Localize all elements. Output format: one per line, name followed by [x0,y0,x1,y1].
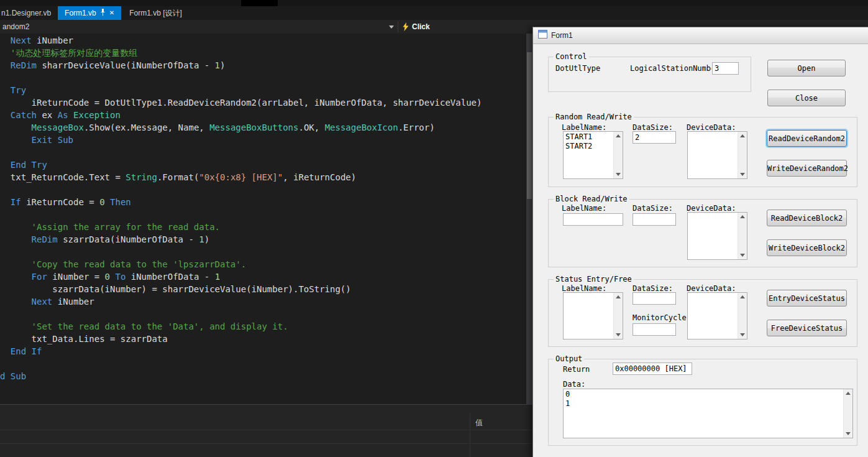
monitorcycle-input[interactable] [633,323,676,336]
form1-titlebar[interactable]: Form1 [533,27,868,44]
random-datasize-label: DataSize: [633,123,673,132]
returncode-input[interactable] [613,362,692,375]
block-labelname-input[interactable] [563,213,623,226]
status-datasize-input[interactable] [633,292,676,305]
code-line: For iNumber = 0 To iNumberOfData - 1 [0,270,528,283]
scrollbar[interactable] [843,389,852,438]
code-line: Try [0,84,528,96]
data-text: 0 1 [564,389,843,438]
watch-header-divider [0,430,532,430]
scrollbar[interactable] [613,293,623,339]
code-line [0,308,528,320]
code-line: ReDim sharrDeviceValue(iNumberOfData - 1… [0,59,528,72]
code-line: iReturnCode = DotUtlType1.ReadDeviceRand… [0,96,528,109]
scroll-down-icon[interactable] [616,173,621,176]
scroll-up-icon[interactable] [616,134,621,137]
code-line: Catch ex As Exception [0,109,528,121]
output-groupbox: Output Return Data: 0 1 [548,359,857,446]
event-dropdown[interactable]: Click [412,22,430,31]
status-labelname-text [564,293,613,339]
random-labelname-text: START1 START2 [564,132,613,178]
scroll-down-icon[interactable] [740,173,745,176]
random-labelname-textarea[interactable]: START1 START2 [563,131,623,179]
scrollbar[interactable] [613,132,623,178]
code-line [0,246,528,258]
random-devicedata-text [688,132,738,178]
block-devicedata-textarea[interactable] [687,212,747,260]
tab-label: n1.Designer.vb [1,9,51,17]
code-line: '动态处理标签所对应的变量数组 [0,47,528,59]
code-line: End Try [0,159,528,171]
code-line: d Sub [0,370,528,382]
status-labelname-label: LabelName: [562,284,606,293]
scrollbar[interactable] [738,213,747,259]
title-strip [0,0,868,6]
status-devicedata-label: DeviceData: [687,284,736,293]
chevron-down-icon[interactable] [389,25,394,29]
form1-window: Form1 Control DotUtlType LogicalStationN… [532,27,868,457]
editor-scrollbar-thumb[interactable] [527,52,532,199]
scroll-up-icon[interactable] [846,392,851,395]
monitorcycle-label: MonitorCycle: [633,313,691,322]
scroll-up-icon[interactable] [740,295,745,298]
block-labelname-label: LabelName: [562,204,606,213]
code-line: End If [0,345,528,358]
logicalstationnumber-input[interactable] [712,62,739,75]
freedevicestatus-button[interactable]: FreeDeviceStatus [767,320,847,336]
scroll-up-icon[interactable] [740,134,745,137]
form1-title: Form1 [551,31,573,40]
readdeviceblock2-button[interactable]: ReadDeviceBlock2 [767,210,847,226]
watch-column-divider [470,413,470,457]
close-icon[interactable]: ✕ [109,10,114,16]
random-datasize-input[interactable] [633,131,676,144]
code-line: 'Copy the read data to the 'lpszarrData'… [0,258,528,270]
data-textarea[interactable]: 0 1 [563,389,853,438]
random-group-title: Random Read/Write [554,113,634,121]
control-group-title: Control [554,52,589,61]
block-readwrite-groupbox: Block Read/Write LabelName: DataSize: De… [548,199,857,267]
output-group-title: Output [554,354,584,363]
block-devicedata-label: DeviceData: [687,204,736,213]
pin-icon[interactable] [100,9,106,18]
scrollbar[interactable] [738,293,747,339]
scroll-down-icon[interactable] [740,333,745,336]
readdevicerandom2-button[interactable]: ReadDeviceRandom2 [767,130,847,147]
status-devicedata-textarea[interactable] [687,292,747,339]
status-entryfree-groupbox: Status Entry/Free LabelName: DataSize: D… [548,279,857,347]
code-line [0,72,528,84]
scroll-down-icon[interactable] [740,254,745,257]
tab-form1-code[interactable]: Form1.vb ✕ [58,6,121,20]
block-datasize-input[interactable] [633,213,676,226]
entrydevicestatus-button[interactable]: EntryDeviceStatus [767,290,847,307]
random-labelname-label: LabelName: [562,123,606,132]
member-dropdown[interactable]: andom2 [2,22,29,31]
scroll-down-icon[interactable] [846,432,851,435]
code-line [0,358,528,370]
random-devicedata-label: DeviceData: [687,123,736,132]
status-group-title: Status Entry/Free [554,275,634,284]
scrollbar[interactable] [738,132,747,178]
code-line: txt_ReturnCode.Text = String.Format("0x{… [0,171,528,183]
tab-form1-designer[interactable]: n1.Designer.vb [0,6,58,20]
close-button[interactable]: Close [767,90,846,106]
open-button[interactable]: Open [767,60,846,76]
watch-value-column-header: 值 [475,418,483,428]
tab-form1-design[interactable]: Form1.vb [设计] [122,6,189,20]
writedevicerandom2-button[interactable]: WriteDeviceRandom2 [767,160,847,177]
status-labelname-textarea[interactable] [563,292,623,339]
code-editor[interactable]: Next iNumber '动态处理标签所对应的变量数组 ReDim sharr… [0,34,528,404]
watch-row-divider [0,443,532,444]
scroll-down-icon[interactable] [616,333,621,336]
return-label: Return [563,365,590,374]
form-window-icon [538,30,547,41]
writedeviceblock2-button[interactable]: WriteDeviceBlock2 [767,239,847,256]
status-datasize-label: DataSize: [633,284,673,293]
scroll-up-icon[interactable] [616,295,621,298]
code-line: Exit Sub [0,134,528,146]
code-line: szarrData(iNumber) = sharrDeviceValue(iN… [0,283,528,295]
form1-client: Control DotUtlType LogicalStationNumbe O… [533,45,868,457]
scroll-up-icon[interactable] [740,215,745,218]
random-devicedata-textarea[interactable] [687,131,747,179]
tab-bar: n1.Designer.vb Form1.vb ✕ Form1.vb [设计] [0,6,868,20]
code-line: Next iNumber [0,295,528,308]
